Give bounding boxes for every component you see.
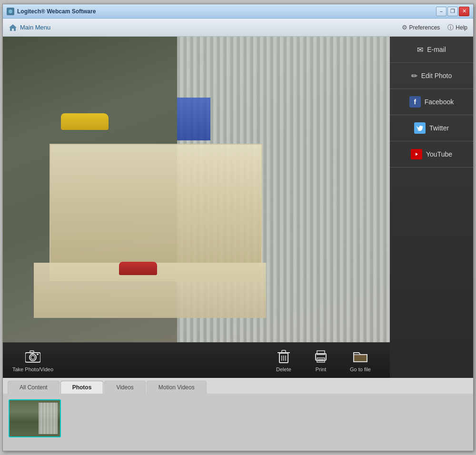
- email-button[interactable]: ✉ E-mail: [390, 37, 473, 63]
- app-window: Logitech® Webcam Software − ❐ ✕ Main Men…: [2, 4, 474, 451]
- camera-icon: [25, 348, 41, 365]
- toolbar: Main Menu ⚙ Preferences ⓘ Help: [3, 19, 473, 37]
- take-photo-label: Take Photo/Video: [12, 366, 53, 372]
- help-icon: ⓘ: [447, 23, 454, 32]
- window-controls: − ❐ ✕: [436, 7, 469, 16]
- trash-icon: [276, 348, 292, 365]
- main-menu-button[interactable]: Main Menu: [20, 24, 50, 31]
- svg-rect-6: [37, 354, 39, 355]
- email-label: E-mail: [427, 46, 446, 53]
- youtube-icon: [411, 149, 422, 159]
- preferences-button[interactable]: ⚙ Preferences: [402, 24, 440, 31]
- delete-label: Delete: [276, 366, 291, 372]
- home-icon: [9, 23, 17, 32]
- help-button[interactable]: ⓘ Help: [447, 23, 467, 32]
- photo-image: [3, 37, 390, 342]
- svg-point-0: [9, 10, 12, 13]
- svg-rect-5: [30, 351, 34, 353]
- tab-motion-videos[interactable]: Motion Videos: [147, 381, 207, 394]
- pencil-icon: ✏: [411, 71, 417, 80]
- close-button[interactable]: ✕: [459, 7, 469, 16]
- blue-box: [177, 98, 210, 140]
- email-icon: ✉: [417, 45, 423, 54]
- print-label: Print: [316, 366, 327, 372]
- right-panel: ✉ E-mail ✏ Edit Photo f Facebook Twitter: [390, 37, 473, 378]
- tab-all-content[interactable]: All Content: [8, 381, 60, 394]
- twitter-button[interactable]: Twitter: [390, 115, 473, 141]
- thumbnail-item[interactable]: [9, 399, 61, 437]
- help-label: Help: [456, 24, 467, 31]
- tabs-section: All Content Photos Videos Motion Videos: [3, 378, 473, 394]
- minimize-button[interactable]: −: [436, 7, 446, 16]
- thumbnails-area: [3, 394, 473, 451]
- main-content: Take Photo/Video: [3, 37, 473, 378]
- take-photo-button[interactable]: Take Photo/Video: [12, 348, 53, 372]
- edit-photo-button[interactable]: ✏ Edit Photo: [390, 63, 473, 89]
- titlebar: Logitech® Webcam Software − ❐ ✕: [3, 4, 473, 19]
- controls-bar: Take Photo/Video: [3, 342, 390, 378]
- facebook-label: Facebook: [425, 98, 454, 106]
- delete-button[interactable]: Delete: [276, 348, 292, 372]
- restore-button[interactable]: ❐: [447, 7, 458, 16]
- red-car: [119, 262, 157, 275]
- thumbnail-image: [10, 400, 60, 436]
- svg-point-3: [30, 354, 36, 361]
- svg-point-4: [31, 356, 35, 359]
- toolbar-right: ⚙ Preferences ⓘ Help: [402, 23, 467, 32]
- thumb-radiator: [39, 403, 58, 434]
- preferences-label: Preferences: [409, 24, 440, 31]
- print-icon: [313, 348, 329, 365]
- goto-label: Go to file: [350, 366, 371, 372]
- youtube-button[interactable]: YouTube: [390, 141, 473, 168]
- folder-icon: [352, 348, 368, 365]
- svg-rect-9: [282, 350, 286, 353]
- twitter-label: Twitter: [429, 124, 449, 132]
- svg-rect-18: [354, 355, 367, 362]
- gear-icon: ⚙: [402, 24, 407, 31]
- controls-right: Delete Print: [276, 348, 380, 372]
- tabs-row: All Content Photos Videos Motion Videos: [3, 378, 473, 394]
- tab-videos[interactable]: Videos: [104, 381, 145, 394]
- toolbar-left: Main Menu: [9, 23, 402, 32]
- window-title: Logitech® Webcam Software: [17, 8, 436, 15]
- tab-photos[interactable]: Photos: [60, 381, 104, 394]
- print-button[interactable]: Print: [313, 348, 329, 372]
- photo-area: Take Photo/Video: [3, 37, 390, 378]
- goto-file-button[interactable]: Go to file: [350, 348, 371, 372]
- yellow-car: [61, 113, 109, 130]
- youtube-label: YouTube: [426, 150, 452, 158]
- app-icon: [7, 8, 14, 15]
- table: [50, 144, 262, 281]
- photo-display: [3, 37, 390, 342]
- twitter-icon: [414, 122, 426, 134]
- facebook-button[interactable]: f Facebook: [390, 89, 473, 115]
- facebook-icon: f: [409, 96, 421, 108]
- edit-photo-label: Edit Photo: [421, 72, 452, 79]
- svg-marker-1: [9, 24, 17, 31]
